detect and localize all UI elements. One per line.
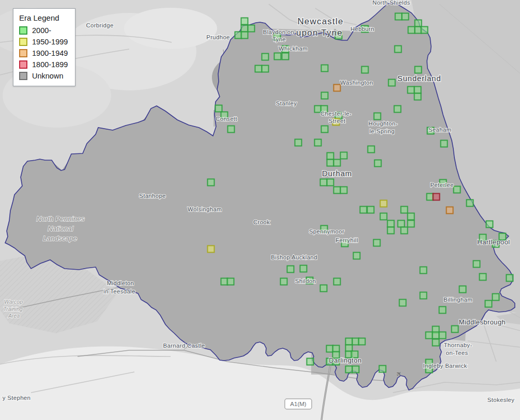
era-marker[interactable] <box>415 94 421 100</box>
map-label: Washington <box>340 80 373 86</box>
era-marker[interactable] <box>401 227 408 234</box>
era-marker[interactable] <box>241 32 248 39</box>
era-marker[interactable] <box>375 160 381 167</box>
era-marker[interactable] <box>439 307 446 314</box>
era-marker[interactable] <box>334 187 341 194</box>
era-marker[interactable] <box>241 18 248 25</box>
era-marker[interactable] <box>255 66 262 72</box>
era-marker[interactable] <box>433 339 439 346</box>
era-marker[interactable] <box>408 27 415 34</box>
era-marker[interactable] <box>460 286 466 293</box>
era-marker[interactable] <box>320 285 327 292</box>
era-marker[interactable] <box>486 221 493 228</box>
map-label: Bishop Auckland <box>271 254 317 260</box>
era-marker[interactable] <box>439 332 446 339</box>
era-marker[interactable] <box>281 278 287 285</box>
era-marker[interactable] <box>408 213 415 220</box>
era-marker[interactable] <box>334 160 341 166</box>
era-marker[interactable] <box>452 326 458 333</box>
era-marker[interactable] <box>447 207 453 214</box>
era-marker[interactable] <box>334 85 341 91</box>
era-marker[interactable] <box>507 275 513 282</box>
era-marker[interactable] <box>341 187 347 194</box>
era-marker[interactable] <box>262 66 269 72</box>
era-marker[interactable] <box>415 67 422 73</box>
era-marker[interactable] <box>433 332 439 339</box>
era-marker[interactable] <box>327 153 334 160</box>
era-marker[interactable] <box>408 221 415 227</box>
era-marker[interactable] <box>227 278 234 285</box>
era-marker[interactable] <box>380 200 387 207</box>
era-marker[interactable] <box>322 126 328 133</box>
era-marker[interactable] <box>401 207 408 213</box>
era-marker[interactable] <box>388 221 394 227</box>
era-marker[interactable] <box>359 338 365 345</box>
era-marker[interactable] <box>400 300 406 306</box>
era-marker[interactable] <box>480 274 486 281</box>
map-label: Stanley <box>276 100 297 106</box>
era-marker[interactable] <box>295 139 302 146</box>
map-label: Seaham <box>429 127 452 133</box>
legend-swatch-icon <box>19 38 27 46</box>
era-marker[interactable] <box>362 67 369 73</box>
era-marker[interactable] <box>341 152 347 159</box>
era-marker[interactable] <box>454 186 461 193</box>
era-marker[interactable] <box>368 146 375 153</box>
era-marker[interactable] <box>408 87 415 94</box>
era-marker[interactable] <box>368 207 374 213</box>
era-marker[interactable] <box>274 53 281 60</box>
era-marker[interactable] <box>282 53 289 60</box>
era-marker[interactable] <box>360 207 367 213</box>
era-marker[interactable] <box>346 338 353 345</box>
era-marker[interactable] <box>421 27 428 34</box>
era-marker[interactable] <box>395 13 402 20</box>
era-marker[interactable] <box>389 80 395 86</box>
map-label: Sunderland <box>397 74 441 83</box>
era-marker[interactable] <box>315 139 322 146</box>
era-marker[interactable] <box>216 105 222 112</box>
map-label: Prudhoe <box>206 34 230 40</box>
era-marker[interactable] <box>327 179 334 186</box>
era-marker[interactable] <box>388 227 394 234</box>
era-marker[interactable] <box>426 332 433 339</box>
era-marker[interactable] <box>374 240 380 246</box>
era-marker[interactable] <box>379 366 386 372</box>
era-marker[interactable] <box>395 46 402 53</box>
era-marker[interactable] <box>433 194 440 200</box>
map-label: Street <box>329 118 346 124</box>
era-marker[interactable] <box>398 221 405 227</box>
era-marker[interactable] <box>420 292 427 299</box>
era-marker[interactable] <box>208 246 215 253</box>
era-marker[interactable] <box>394 106 401 113</box>
era-marker[interactable] <box>441 141 448 147</box>
era-marker[interactable] <box>320 179 327 186</box>
era-marker[interactable] <box>493 294 499 301</box>
era-marker[interactable] <box>300 266 307 272</box>
era-marker[interactable] <box>380 213 387 220</box>
era-marker[interactable] <box>415 87 421 94</box>
era-marker[interactable] <box>402 13 409 20</box>
map-viewport[interactable]: Newcastleupon TyneSunderlandDurhamMiddle… <box>0 0 520 420</box>
era-marker[interactable] <box>327 160 334 166</box>
era-marker[interactable] <box>473 261 480 268</box>
era-marker[interactable] <box>334 278 341 285</box>
era-marker[interactable] <box>287 266 294 273</box>
era-marker[interactable] <box>262 54 269 60</box>
era-marker[interactable] <box>485 301 492 307</box>
era-marker[interactable] <box>322 92 328 99</box>
era-marker[interactable] <box>307 359 314 365</box>
map-canvas[interactable]: Newcastleupon TyneSunderlandDurhamMiddle… <box>0 0 520 420</box>
era-marker[interactable] <box>322 65 328 72</box>
era-marker[interactable] <box>248 25 255 32</box>
era-marker[interactable] <box>415 20 422 27</box>
legend-item-label: 1800-1899 <box>32 60 68 69</box>
era-marker[interactable] <box>467 200 473 207</box>
era-marker[interactable] <box>228 126 235 133</box>
era-marker[interactable] <box>420 267 427 274</box>
era-marker[interactable] <box>346 366 353 373</box>
era-marker[interactable] <box>241 25 248 32</box>
era-marker[interactable] <box>208 179 215 186</box>
era-marker[interactable] <box>354 253 360 259</box>
era-marker[interactable] <box>374 113 381 120</box>
era-marker[interactable] <box>353 366 359 373</box>
